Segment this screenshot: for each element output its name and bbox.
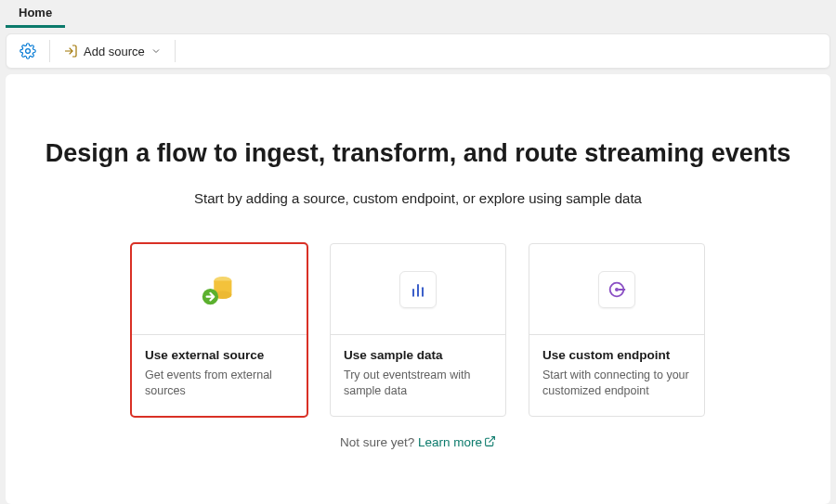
option-desc: Start with connecting to your customized… <box>542 368 691 399</box>
settings-button[interactable] <box>12 39 44 63</box>
option-body: Use custom endpoint Start with connectin… <box>529 335 704 416</box>
option-icon-area <box>529 244 704 335</box>
option-sample-data[interactable]: Use sample data Try out eventstream with… <box>330 243 506 417</box>
add-source-button[interactable]: Add source <box>56 40 169 62</box>
option-body: Use sample data Try out eventstream with… <box>331 335 505 416</box>
option-title: Use external source <box>145 348 294 362</box>
option-external-source[interactable]: Use external source Get events from exte… <box>131 243 307 417</box>
footer: Not sure yet? Learn more <box>33 435 803 449</box>
option-title: Use sample data <box>344 348 492 362</box>
svg-point-0 <box>26 49 31 54</box>
option-custom-endpoint[interactable]: Use custom endpoint Start with connectin… <box>529 243 705 417</box>
option-desc: Try out eventstream with sample data <box>344 368 492 399</box>
option-title: Use custom endpoint <box>542 348 691 362</box>
add-source-icon <box>63 44 78 58</box>
learn-more-link[interactable]: Learn more <box>418 435 496 449</box>
divider <box>49 40 50 62</box>
icon-box <box>399 271 437 308</box>
toolbar: Add source <box>7 34 829 68</box>
page-subtitle: Start by adding a source, custom endpoin… <box>33 190 803 206</box>
svg-point-9 <box>615 287 619 291</box>
option-cards: Use external source Get events from exte… <box>33 243 803 417</box>
external-link-icon <box>484 435 496 447</box>
main-content: Design a flow to ingest, transform, and … <box>6 74 830 504</box>
tab-label: Home <box>19 6 52 19</box>
footer-prompt: Not sure yet? <box>340 435 418 449</box>
bar-chart-icon <box>409 280 427 299</box>
page-title: Design a flow to ingest, transform, and … <box>33 139 803 168</box>
tab-strip: Home <box>0 0 836 28</box>
option-body: Use external source Get events from exte… <box>132 335 307 416</box>
option-icon-area <box>132 244 307 335</box>
chevron-down-icon <box>150 45 162 57</box>
toolbar-card: Add source <box>6 33 830 69</box>
gear-icon <box>20 43 36 59</box>
endpoint-icon <box>607 279 627 300</box>
option-icon-area <box>331 244 505 335</box>
option-desc: Get events from external sources <box>145 368 294 399</box>
add-source-label: Add source <box>84 45 145 58</box>
icon-box <box>598 271 635 308</box>
external-source-icon <box>198 268 241 311</box>
svg-line-11 <box>489 436 494 442</box>
tab-home[interactable]: Home <box>6 1 65 28</box>
divider <box>175 40 176 62</box>
